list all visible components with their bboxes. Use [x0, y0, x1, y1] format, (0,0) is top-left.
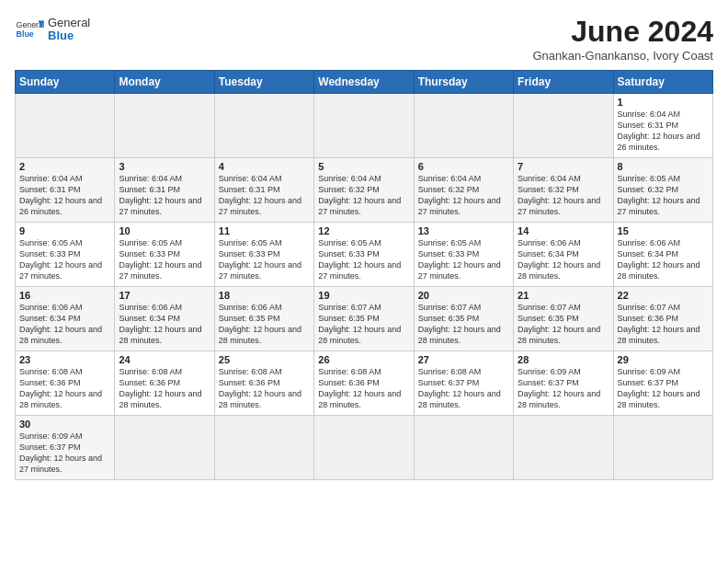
day-info: Sunrise: 6:04 AM Sunset: 6:31 PM Dayligh… [618, 109, 709, 154]
day-number: 18 [219, 290, 310, 301]
day-info: Sunrise: 6:08 AM Sunset: 6:36 PM Dayligh… [318, 366, 409, 411]
logo-general: General [48, 17, 90, 29]
calendar-day-13: 13Sunrise: 6:05 AM Sunset: 6:33 PM Dayli… [414, 223, 513, 287]
day-header-tuesday: Tuesday [214, 71, 313, 94]
day-number: 10 [119, 225, 210, 236]
calendar-empty-cell [414, 94, 513, 158]
day-number: 14 [518, 225, 609, 236]
day-info: Sunrise: 6:06 AM Sunset: 6:34 PM Dayligh… [19, 302, 110, 347]
calendar-day-15: 15Sunrise: 6:06 AM Sunset: 6:34 PM Dayli… [613, 223, 712, 287]
day-info: Sunrise: 6:04 AM Sunset: 6:32 PM Dayligh… [518, 173, 609, 218]
day-number: 11 [219, 225, 310, 236]
calendar-day-25: 25Sunrise: 6:08 AM Sunset: 6:36 PM Dayli… [214, 351, 313, 416]
calendar-day-7: 7Sunrise: 6:04 AM Sunset: 6:32 PM Daylig… [514, 158, 613, 223]
calendar-day-2: 2Sunrise: 6:04 AM Sunset: 6:31 PM Daylig… [16, 158, 115, 223]
day-number: 7 [518, 161, 609, 172]
day-number: 17 [119, 290, 210, 301]
day-header-saturday: Saturday [613, 71, 712, 94]
day-number: 28 [518, 354, 609, 365]
calendar-empty-cell [314, 416, 414, 480]
calendar-day-26: 26Sunrise: 6:08 AM Sunset: 6:36 PM Dayli… [314, 351, 414, 416]
location: Gnankan-Gnankanso, Ivory Coast [532, 49, 713, 63]
calendar-day-6: 6Sunrise: 6:04 AM Sunset: 6:32 PM Daylig… [414, 158, 513, 223]
day-number: 16 [19, 290, 110, 301]
day-number: 23 [19, 354, 110, 365]
day-number: 29 [618, 354, 709, 365]
calendar-day-11: 11Sunrise: 6:05 AM Sunset: 6:33 PM Dayli… [214, 223, 313, 287]
day-info: Sunrise: 6:04 AM Sunset: 6:31 PM Dayligh… [19, 173, 110, 218]
logo-blue: Blue [48, 29, 90, 42]
day-number: 12 [318, 225, 409, 236]
calendar-empty-cell [214, 416, 313, 480]
day-number: 5 [318, 161, 409, 172]
calendar-day-22: 22Sunrise: 6:07 AM Sunset: 6:36 PM Dayli… [613, 287, 712, 351]
calendar-empty-cell [514, 416, 613, 480]
day-info: Sunrise: 6:08 AM Sunset: 6:36 PM Dayligh… [219, 366, 310, 411]
day-info: Sunrise: 6:09 AM Sunset: 6:37 PM Dayligh… [518, 366, 609, 411]
calendar-week-2: 2Sunrise: 6:04 AM Sunset: 6:31 PM Daylig… [16, 158, 713, 223]
day-number: 25 [219, 354, 310, 365]
day-info: Sunrise: 6:09 AM Sunset: 6:37 PM Dayligh… [19, 431, 110, 476]
day-info: Sunrise: 6:05 AM Sunset: 6:33 PM Dayligh… [418, 237, 509, 282]
calendar-day-4: 4Sunrise: 6:04 AM Sunset: 6:31 PM Daylig… [214, 158, 313, 223]
day-info: Sunrise: 6:07 AM Sunset: 6:35 PM Dayligh… [418, 302, 509, 347]
day-number: 8 [618, 161, 709, 172]
day-number: 30 [19, 419, 110, 430]
day-number: 15 [618, 225, 709, 236]
day-info: Sunrise: 6:06 AM Sunset: 6:34 PM Dayligh… [618, 237, 709, 282]
calendar-day-9: 9Sunrise: 6:05 AM Sunset: 6:33 PM Daylig… [16, 223, 115, 287]
day-header-monday: Monday [115, 71, 214, 94]
day-number: 27 [418, 354, 509, 365]
day-number: 26 [318, 354, 409, 365]
day-info: Sunrise: 6:06 AM Sunset: 6:35 PM Dayligh… [219, 302, 310, 347]
logo: General Blue General Blue [15, 15, 90, 44]
calendar-week-5: 23Sunrise: 6:08 AM Sunset: 6:36 PM Dayli… [16, 351, 713, 416]
calendar-week-4: 16Sunrise: 6:06 AM Sunset: 6:34 PM Dayli… [16, 287, 713, 351]
day-info: Sunrise: 6:05 AM Sunset: 6:33 PM Dayligh… [219, 237, 310, 282]
calendar-day-19: 19Sunrise: 6:07 AM Sunset: 6:35 PM Dayli… [314, 287, 414, 351]
calendar-empty-cell [514, 94, 613, 158]
calendar-day-10: 10Sunrise: 6:05 AM Sunset: 6:33 PM Dayli… [115, 223, 214, 287]
day-info: Sunrise: 6:08 AM Sunset: 6:36 PM Dayligh… [119, 366, 210, 411]
day-number: 22 [618, 290, 709, 301]
calendar-day-16: 16Sunrise: 6:06 AM Sunset: 6:34 PM Dayli… [16, 287, 115, 351]
day-info: Sunrise: 6:04 AM Sunset: 6:31 PM Dayligh… [219, 173, 310, 218]
day-info: Sunrise: 6:05 AM Sunset: 6:33 PM Dayligh… [19, 237, 110, 282]
calendar-table: SundayMondayTuesdayWednesdayThursdayFrid… [15, 70, 713, 480]
day-number: 9 [19, 225, 110, 236]
calendar-day-8: 8Sunrise: 6:05 AM Sunset: 6:32 PM Daylig… [613, 158, 712, 223]
day-info: Sunrise: 6:07 AM Sunset: 6:35 PM Dayligh… [518, 302, 609, 347]
day-info: Sunrise: 6:04 AM Sunset: 6:32 PM Dayligh… [318, 173, 409, 218]
calendar-day-3: 3Sunrise: 6:04 AM Sunset: 6:31 PM Daylig… [115, 158, 214, 223]
day-header-friday: Friday [514, 71, 613, 94]
calendar-day-23: 23Sunrise: 6:08 AM Sunset: 6:36 PM Dayli… [16, 351, 115, 416]
day-info: Sunrise: 6:07 AM Sunset: 6:35 PM Dayligh… [318, 302, 409, 347]
calendar-empty-cell [115, 94, 214, 158]
day-info: Sunrise: 6:06 AM Sunset: 6:34 PM Dayligh… [518, 237, 609, 282]
day-number: 19 [318, 290, 409, 301]
calendar-header-row: SundayMondayTuesdayWednesdayThursdayFrid… [16, 71, 713, 94]
day-header-sunday: Sunday [16, 71, 115, 94]
calendar-day-21: 21Sunrise: 6:07 AM Sunset: 6:35 PM Dayli… [514, 287, 613, 351]
day-info: Sunrise: 6:04 AM Sunset: 6:31 PM Dayligh… [119, 173, 210, 218]
calendar-day-5: 5Sunrise: 6:04 AM Sunset: 6:32 PM Daylig… [314, 158, 414, 223]
calendar-week-1: 1Sunrise: 6:04 AM Sunset: 6:31 PM Daylig… [16, 94, 713, 158]
day-info: Sunrise: 6:09 AM Sunset: 6:37 PM Dayligh… [618, 366, 709, 411]
day-number: 24 [119, 354, 210, 365]
day-number: 4 [219, 161, 310, 172]
calendar-day-30: 30Sunrise: 6:09 AM Sunset: 6:37 PM Dayli… [16, 416, 115, 480]
day-info: Sunrise: 6:05 AM Sunset: 6:32 PM Dayligh… [618, 173, 709, 218]
svg-text:Blue: Blue [17, 29, 34, 39]
calendar-day-24: 24Sunrise: 6:08 AM Sunset: 6:36 PM Dayli… [115, 351, 214, 416]
month-title: June 2024 [532, 15, 713, 49]
calendar-empty-cell [214, 94, 313, 158]
calendar-day-28: 28Sunrise: 6:09 AM Sunset: 6:37 PM Dayli… [514, 351, 613, 416]
day-header-wednesday: Wednesday [314, 71, 414, 94]
day-number: 1 [618, 97, 709, 108]
calendar-empty-cell [115, 416, 214, 480]
calendar-empty-cell [314, 94, 414, 158]
calendar-day-1: 1Sunrise: 6:04 AM Sunset: 6:31 PM Daylig… [613, 94, 712, 158]
calendar-day-14: 14Sunrise: 6:06 AM Sunset: 6:34 PM Dayli… [514, 223, 613, 287]
calendar-day-20: 20Sunrise: 6:07 AM Sunset: 6:35 PM Dayli… [414, 287, 513, 351]
day-number: 3 [119, 161, 210, 172]
